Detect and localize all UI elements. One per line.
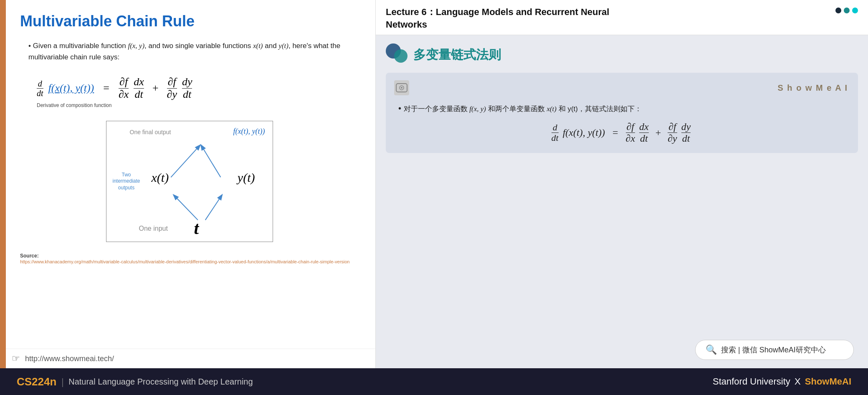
dot-2 bbox=[844, 8, 850, 13]
card-formula: d dt f(x(t), y(t)) = ∂f ∂x dx dt bbox=[394, 121, 848, 144]
slide-title: Multivariable Chain Rule bbox=[20, 13, 359, 30]
cursor-icon: ☞ bbox=[12, 353, 20, 364]
x-separator: X bbox=[792, 376, 803, 387]
lecture-title: Lecture 6：Language Models and Recurrent … bbox=[386, 6, 609, 31]
card-bullet-1: 对于一个多变量函数 f(x, y) 和两个单变量函数 x(t) 和 y(t)，其… bbox=[398, 101, 848, 115]
bottom-divider: | bbox=[61, 376, 63, 387]
diagram-fxy: f(x(t), y(t)) bbox=[233, 127, 265, 136]
slide-footer: ☞ http://www.showmeai.tech/ bbox=[0, 349, 375, 368]
right-panel: Lecture 6：Language Models and Recurrent … bbox=[376, 0, 868, 368]
svg-line-3 bbox=[205, 195, 222, 220]
chain-rule-diagram: One final output f(x(t), y(t)) Two inter… bbox=[106, 121, 273, 242]
cs-label: CS224n bbox=[17, 375, 56, 388]
title-icon bbox=[386, 43, 408, 66]
accent-bar bbox=[0, 0, 6, 368]
slide-bullet-text: Given a multivariable function f(x, y), … bbox=[28, 40, 359, 63]
slide-panel: Multivariable Chain Rule Given a multiva… bbox=[0, 0, 376, 368]
search-text: 搜索 | 微信 ShowMeAI研究中心 bbox=[721, 345, 826, 355]
source-label: Source: bbox=[20, 253, 39, 259]
bottom-left: CS224n | Natural Language Processing wit… bbox=[17, 375, 253, 388]
diagram-bottom-label: One input bbox=[139, 225, 168, 232]
chain-rule-formula: d dt f(x(t), y(t)) = ∂f ∂x dx dt + bbox=[37, 76, 359, 100]
showmeai-brand: ShowMeAI bbox=[805, 376, 851, 387]
dot-1 bbox=[835, 8, 841, 13]
slide-source: Source: https://www.khanacademy.org/math… bbox=[20, 253, 359, 265]
source-link[interactable]: https://www.khanacademy.org/math/multiva… bbox=[20, 259, 349, 264]
card-header: S h o w M e A I bbox=[394, 80, 848, 95]
search-icon: 🔍 bbox=[706, 344, 717, 355]
dots-decoration bbox=[835, 8, 858, 13]
footer-url: http://www.showmeai.tech/ bbox=[25, 354, 114, 363]
dot-3 bbox=[852, 8, 858, 13]
card-brand: S h o w M e A I bbox=[777, 83, 848, 93]
chinese-title: 多变量链式法则 bbox=[413, 46, 501, 64]
diagram-mid-label: Two intermediate outputs bbox=[111, 172, 142, 191]
svg-line-2 bbox=[174, 195, 198, 220]
svg-point-5 bbox=[394, 49, 407, 63]
svg-line-1 bbox=[201, 145, 220, 177]
right-footer-row: 🔍 搜索 | 微信 ShowMeAI研究中心 bbox=[386, 340, 858, 360]
stanford-text: Stanford University bbox=[713, 376, 790, 387]
bottom-right: Stanford University X ShowMeAI bbox=[713, 376, 851, 387]
svg-line-0 bbox=[171, 145, 200, 177]
formula-label: Derivative of composition function bbox=[37, 102, 359, 108]
card-icon bbox=[394, 80, 409, 95]
diagram-yt: y(t) bbox=[238, 171, 255, 185]
bottom-bar: CS224n | Natural Language Processing wit… bbox=[0, 368, 868, 395]
lecture-header: Lecture 6：Language Models and Recurrent … bbox=[376, 0, 868, 35]
search-bar[interactable]: 🔍 搜索 | 微信 ShowMeAI研究中心 bbox=[695, 340, 854, 360]
diagram-top-label: One final output bbox=[130, 129, 171, 135]
diagram-t: t bbox=[194, 218, 199, 238]
diagram-xt: x(t) bbox=[152, 171, 169, 185]
svg-point-8 bbox=[401, 87, 402, 89]
chinese-title-row: 多变量链式法则 bbox=[386, 43, 858, 66]
bottom-subtitle: Natural Language Processing with Deep Le… bbox=[68, 377, 253, 387]
showmeai-card: S h o w M e A I 对于一个多变量函数 f(x, y) 和两个单变量… bbox=[386, 73, 858, 153]
